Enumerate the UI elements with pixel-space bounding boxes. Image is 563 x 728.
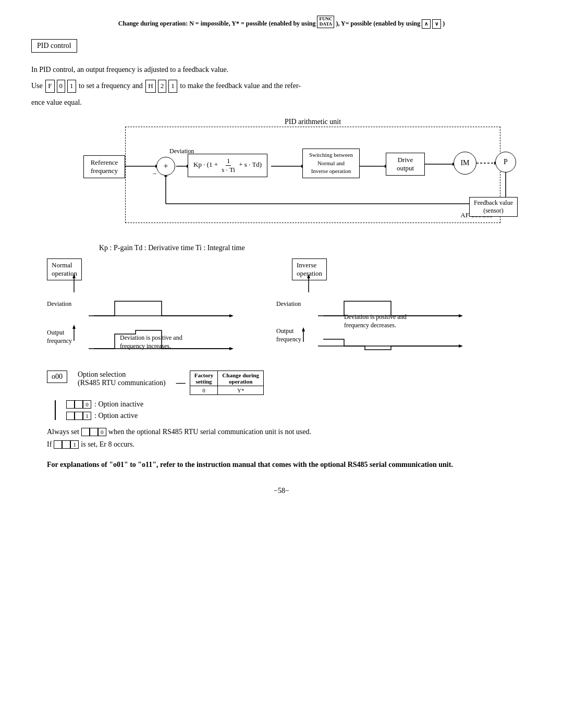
if-end: is set, Er 8 occurs. [81,440,134,449]
func-data-button: FUNCDATA [317,16,334,28]
sq9: 0 [98,428,106,436]
down-arrow-button: ∨ [432,19,441,29]
sq3: 0 [83,400,91,409]
o00-subtitle: (RS485 RTU communication) [78,379,166,387]
drive-output-box: Driveoutput [386,153,425,176]
pid-line2: Use F01 to set a frequency and H21 to ma… [31,80,532,93]
option-inactive-squares: 0 [66,400,91,409]
fraction-numerator: 1 [226,157,231,166]
change-during-header: Change duringoperation [218,371,264,386]
sq8 [90,428,98,436]
fraction-denominator: s · Ti [221,166,236,174]
up-arrow-button: ∧ [422,19,431,29]
svg-marker-24 [72,325,76,329]
sq5 [75,412,83,420]
if-squares: 1 [54,440,79,449]
o00-badge: o00 [47,371,67,383]
one-box: 1 [67,80,76,93]
factory-table: Factorysetting Change duringoperation 0 … [190,371,264,395]
if-row: If 1 is set, Er 8 occurs. [47,440,532,449]
waveform-section: Normaloperation Deviation Outputfrequenc… [47,258,532,355]
always-set-end: when the optional RS485 RTU serial commu… [108,428,311,436]
kp-formula-box: Kp · (1 + 1 s · Ti + s · Td) [188,154,267,177]
option-inactive-label: : Option inactive [94,400,143,409]
always-set-start: Always set [47,428,79,436]
sq6: 1 [83,412,91,420]
sq4 [66,412,75,420]
sq7 [81,428,90,436]
sq1 [66,400,75,409]
dash-symbol: — [176,377,186,388]
svg-marker-26 [307,274,310,278]
o00-header-row: o00 Option selection (RS485 RTU communic… [47,371,532,395]
pid-mid: to set a frequency and [79,82,143,90]
header-end: ) [443,20,445,27]
header-text: Change during operation: N = impossible,… [118,20,316,27]
bold-note: For explanations of "o01" to "o11", refe… [47,459,532,471]
f-box: F [45,80,54,93]
feedback-box: Feedback value(sensor) [469,197,518,217]
inverse-operation-diagram: Inverseoperation Deviation Outputfrequen… [276,258,474,355]
option-active-label: : Option active [94,412,138,420]
zero-box: 0 [57,80,66,93]
svg-marker-20 [72,274,76,278]
pid-line1: In PID control, an output frequency is a… [31,64,532,76]
two-box: 2 [158,80,167,93]
pid-arithmetic-label: PID arithmetic unit [285,118,341,126]
options-vertical-bar: 0 : Option inactive 1 : Option active [55,400,532,420]
pid-line3: ence value equal. [31,97,532,108]
page-header: Change during operation: N = impossible,… [31,16,532,29]
sq10 [54,440,62,449]
sq2 [75,400,83,409]
option-active-row: 1 : Option active [66,412,532,420]
option-inactive-row: 0 : Option inactive [66,400,532,409]
always-set-row: Always set 0 when the optional RS485 RTU… [47,428,532,436]
change-value: Y* [218,386,264,395]
ref-freq-box: Referencefrequency [83,155,125,178]
header-middle: ), Y= possible (enabled by using [336,20,420,27]
kp-desc: Kp : P-gain Td : Derivative time Ti : In… [99,244,532,252]
svg-marker-32 [302,327,305,331]
block-diagram-section: PID arithmetic unit AF-300C11 Referencef… [31,116,532,236]
p-circle: P [495,152,516,172]
normal-waveform-svg [47,258,245,355]
switching-box: Switching betweenNormal andInverse opera… [302,149,360,178]
page-number: −58− [31,487,532,495]
normal-operation-diagram: Normaloperation Deviation Outputfrequenc… [47,258,245,355]
pid-end: to make the feedback value and the refer… [180,82,301,90]
pid-control-label: PID control [31,39,77,53]
one-box2: 1 [168,80,177,93]
factory-setting-header: Factorysetting [190,371,218,386]
h-box: H [145,80,155,93]
factory-value: 0 [190,386,218,395]
sq12: 1 [70,440,79,449]
option-active-squares: 1 [66,412,91,420]
sq11 [62,440,70,449]
minus-label: − [153,170,157,178]
o00-section: o00 Option selection (RS485 RTU communic… [47,371,532,471]
if-start: If [47,440,52,449]
o00-title: Option selection [78,371,166,379]
always-set-squares: 0 [81,428,106,436]
inverse-waveform-svg [276,258,474,355]
